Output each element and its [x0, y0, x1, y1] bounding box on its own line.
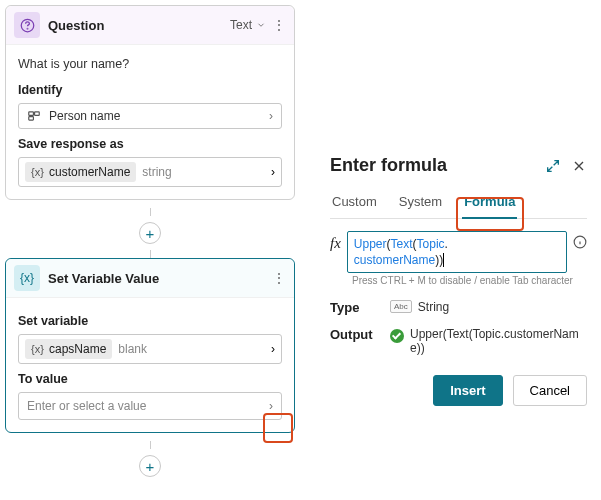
response-type-label[interactable]: Text	[230, 18, 252, 32]
panel-title: Enter formula	[330, 155, 545, 176]
add-node-button[interactable]: +	[139, 222, 161, 244]
variable-node-icon: {x}	[14, 265, 40, 291]
chevron-right-icon: ›	[271, 165, 275, 179]
formula-input[interactable]: Upper(Text(Topic.customerName))	[347, 231, 567, 273]
formula-hint: Press CTRL + M to disable / enable Tab c…	[352, 275, 587, 286]
insert-button[interactable]: Insert	[433, 375, 502, 406]
question-icon	[14, 12, 40, 38]
svg-rect-4	[29, 117, 34, 121]
chevron-right-icon: ›	[269, 109, 273, 123]
string-type-icon: Abc	[390, 300, 412, 313]
expand-icon[interactable]	[545, 158, 561, 174]
identify-value: Person name	[49, 109, 269, 123]
question-title: Question	[48, 18, 230, 33]
check-icon	[390, 329, 404, 343]
variable-icon: {x}	[31, 343, 45, 355]
setvar-picker[interactable]: {x} capsName blank ›	[18, 334, 282, 364]
tovalue-label: To value	[18, 372, 282, 386]
tab-system[interactable]: System	[397, 188, 444, 218]
chevron-right-icon: ›	[271, 342, 275, 356]
svg-point-1	[27, 28, 28, 29]
save-response-label: Save response as	[18, 137, 282, 151]
output-label: Output	[330, 327, 390, 342]
entity-icon	[27, 109, 43, 123]
add-node-button[interactable]: +	[139, 455, 161, 477]
info-icon[interactable]	[573, 231, 587, 249]
close-icon[interactable]	[571, 158, 587, 174]
output-value: Upper(Text(Topic.customerName))	[410, 327, 587, 355]
question-node: Question Text ⋮ What is your name? Ident…	[5, 5, 295, 200]
setvar-title: Set Variable Value	[48, 271, 266, 286]
chevron-right-icon: ›	[269, 399, 273, 413]
identify-label: Identify	[18, 83, 282, 97]
save-response-picker[interactable]: {x} customerName string ›	[18, 157, 282, 187]
cancel-button[interactable]: Cancel	[513, 375, 587, 406]
identify-picker[interactable]: Person name ›	[18, 103, 282, 129]
tovalue-input[interactable]: Enter or select a value ›	[18, 392, 282, 420]
fx-label: fx	[330, 231, 341, 252]
setvar-label: Set variable	[18, 314, 282, 328]
more-icon[interactable]: ⋮	[272, 270, 286, 286]
more-icon[interactable]: ⋮	[272, 17, 286, 33]
type-value: String	[418, 300, 449, 314]
chevron-down-icon[interactable]	[256, 20, 266, 30]
tab-formula[interactable]: Formula	[462, 188, 517, 219]
type-label: Type	[330, 300, 390, 315]
formula-panel: Enter formula Custom System Formula fx U…	[316, 145, 601, 420]
variable-pill: {x} customerName	[25, 162, 136, 182]
formula-tabs: Custom System Formula	[330, 188, 587, 219]
svg-rect-3	[35, 112, 40, 116]
question-header: Question Text ⋮	[6, 6, 294, 45]
setvar-header: {x} Set Variable Value ⋮	[6, 259, 294, 298]
set-variable-node: {x} Set Variable Value ⋮ Set variable {x…	[5, 258, 295, 433]
question-prompt[interactable]: What is your name?	[18, 57, 282, 71]
svg-rect-2	[29, 112, 34, 116]
tab-custom[interactable]: Custom	[330, 188, 379, 218]
variable-icon: {x}	[31, 166, 45, 178]
variable-pill: {x} capsName	[25, 339, 112, 359]
